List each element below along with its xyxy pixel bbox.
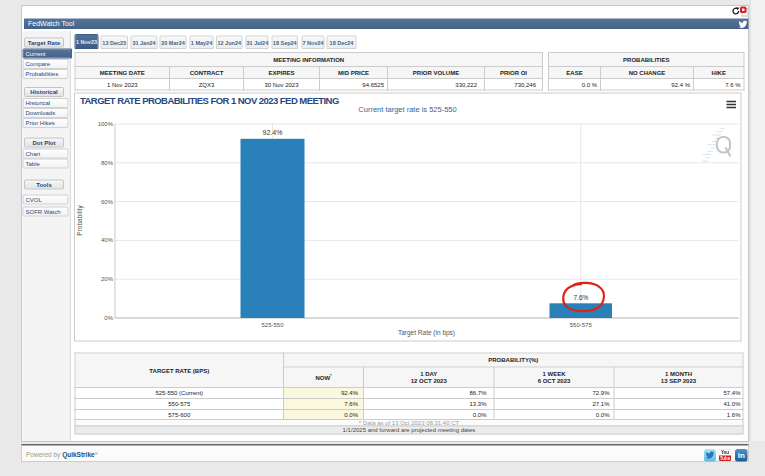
- svg-text:0%: 0%: [104, 315, 113, 321]
- svg-text:60%: 60%: [101, 199, 114, 205]
- svg-text:92.4%: 92.4%: [263, 129, 283, 136]
- svg-text:Target Rate (in bps): Target Rate (in bps): [398, 329, 455, 337]
- svg-text:20%: 20%: [101, 276, 114, 282]
- svg-text:Probability: Probability: [76, 205, 84, 236]
- svg-text:550-575: 550-575: [570, 322, 593, 328]
- svg-text:40%: 40%: [101, 237, 114, 243]
- svg-text:100%: 100%: [98, 121, 114, 127]
- svg-text:525-550: 525-550: [261, 322, 284, 328]
- svg-text:7.6%: 7.6%: [574, 294, 589, 301]
- svg-text:80%: 80%: [101, 160, 114, 166]
